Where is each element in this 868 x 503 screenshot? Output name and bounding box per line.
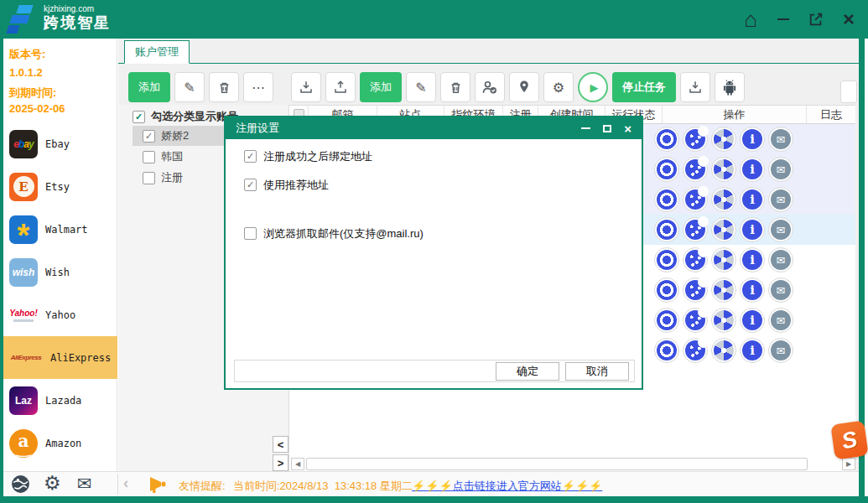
chrome-icon[interactable] <box>654 247 679 272</box>
chrome-icon[interactable] <box>654 217 679 242</box>
tree-item-checkbox[interactable]: ✓ <box>143 130 155 143</box>
expand-panel-button[interactable]: > <box>273 454 288 471</box>
brand-domain: kjzhixing.com <box>44 4 111 14</box>
info-icon[interactable]: i <box>740 127 765 152</box>
mail-icon[interactable]: ✉ <box>768 338 793 363</box>
cookie-icon[interactable] <box>683 187 708 212</box>
home-icon[interactable]: ⌂ <box>741 7 760 32</box>
popout-icon[interactable] <box>807 7 825 32</box>
globe-icon[interactable] <box>10 474 31 498</box>
platform-item-wish[interactable]: wishWish <box>3 251 117 293</box>
cookie-icon[interactable] <box>683 247 708 272</box>
platform-item-lazada[interactable]: LazLazada <box>3 379 117 422</box>
mail-icon[interactable]: ✉ <box>768 247 793 272</box>
chrome-icon[interactable] <box>654 157 679 182</box>
info-icon[interactable]: i <box>740 277 765 303</box>
mail-icon[interactable]: ✉ <box>768 127 793 152</box>
start-task-button[interactable]: ▶ <box>578 72 608 102</box>
collapse-panel-button[interactable]: < <box>273 436 288 453</box>
cookie-icon[interactable] <box>683 157 708 182</box>
mail-icon[interactable]: ✉ <box>768 217 793 242</box>
add-account-button[interactable]: 添加 <box>360 72 402 102</box>
cancel-button[interactable]: 取消 <box>565 362 629 381</box>
android-button[interactable] <box>715 72 745 102</box>
stop-task-button[interactable]: 停止任务 <box>612 72 676 102</box>
tab-account-management[interactable]: 账户管理 <box>124 40 190 64</box>
platform-item-ebay[interactable]: ebayEbay <box>3 122 117 165</box>
fan-icon[interactable] <box>711 338 736 363</box>
row-actions: i✉ <box>654 187 797 212</box>
classification-filter-checkbox[interactable]: ✓ <box>133 111 145 123</box>
download-icon <box>299 80 314 95</box>
tree-item-checkbox[interactable] <box>143 172 155 184</box>
chrome-icon[interactable] <box>654 127 679 152</box>
minimize-icon[interactable] <box>774 7 793 32</box>
mail-icon[interactable]: ✉ <box>768 157 793 182</box>
platform-item-walmart[interactable]: *Walmart <box>3 208 117 251</box>
fan-icon[interactable] <box>711 217 736 242</box>
hscroll-thumb[interactable] <box>306 458 808 470</box>
chevron-left-icon[interactable]: ‹ <box>123 474 128 492</box>
ok-button[interactable]: 确定 <box>496 362 559 381</box>
import-button[interactable] <box>291 72 321 102</box>
delete-account-button[interactable] <box>440 72 470 102</box>
verify-account-button[interactable] <box>475 72 505 102</box>
dialog-option-checkbox[interactable]: ✓ <box>244 179 257 191</box>
dialog-minimize-icon[interactable] <box>581 127 590 129</box>
mail-icon[interactable]: ✉ <box>768 308 793 333</box>
tree-item-checkbox[interactable] <box>143 151 155 163</box>
settings-button[interactable]: ⚙ <box>543 72 574 102</box>
cookie-icon[interactable] <box>683 308 708 333</box>
pencil-icon: ✎ <box>184 80 195 96</box>
info-icon[interactable]: i <box>740 338 765 363</box>
chrome-icon[interactable] <box>654 308 679 333</box>
cookie-icon[interactable] <box>683 338 708 363</box>
info-icon[interactable]: i <box>740 187 765 212</box>
export-button[interactable] <box>325 72 356 102</box>
tree-add-button[interactable]: 添加 <box>128 72 170 102</box>
contact-mail-icon[interactable]: ✉ <box>77 474 92 494</box>
dialog-option-checkbox[interactable] <box>244 227 257 240</box>
fan-icon[interactable] <box>711 277 736 303</box>
mail-icon[interactable]: ✉ <box>768 277 793 303</box>
cookie-icon[interactable] <box>683 277 708 303</box>
fan-icon[interactable] <box>711 127 736 152</box>
platform-item-amazon[interactable]: a‿Amazon <box>3 422 117 464</box>
fan-icon[interactable] <box>711 308 736 333</box>
fan-icon[interactable] <box>711 157 736 182</box>
dialog-option: ✓使用推荐地址 <box>244 178 329 192</box>
mail-icon[interactable]: ✉ <box>768 187 793 212</box>
chrome-icon[interactable] <box>654 277 679 303</box>
proxy-button[interactable] <box>509 72 539 102</box>
platform-item-aliexpress[interactable]: AliExpressAliExpress <box>3 336 117 379</box>
tree-delete-button[interactable] <box>209 72 239 102</box>
hscroll-left-arrow[interactable]: ◀ <box>291 458 304 470</box>
tree-more-button[interactable]: ⋯ <box>243 72 273 102</box>
tree-edit-button[interactable]: ✎ <box>174 72 205 102</box>
official-site-link[interactable]: ⚡⚡⚡点击链接进入官方网站⚡⚡⚡ <box>412 479 602 494</box>
notice-label: 友情提醒: <box>179 479 226 494</box>
fan-icon[interactable] <box>711 247 736 272</box>
dialog-option-checkbox[interactable]: ✓ <box>244 150 257 163</box>
info-icon[interactable]: i <box>740 308 765 333</box>
titlebar: kjzhixing.com 跨境智星 ⌂ × <box>0 0 868 39</box>
info-icon[interactable]: i <box>740 247 765 272</box>
download-button[interactable] <box>680 72 710 102</box>
info-icon[interactable]: i <box>740 157 765 182</box>
toolbar-end-button[interactable] <box>840 80 857 103</box>
dialog-maximize-icon[interactable] <box>603 125 611 132</box>
cookie-icon[interactable] <box>683 217 708 242</box>
cookie-icon[interactable] <box>683 127 708 152</box>
platform-item-yahoo[interactable]: Yahoo!Yahoo <box>3 293 117 336</box>
edit-account-button[interactable]: ✎ <box>406 72 436 102</box>
settings-gear-icon[interactable]: ⚙ <box>44 472 61 495</box>
platform-item-etsy[interactable]: EEtsy <box>3 165 117 208</box>
chrome-icon[interactable] <box>654 338 679 363</box>
dialog-close-icon[interactable]: × <box>624 122 632 136</box>
app-window: kjzhixing.com 跨境智星 ⌂ × 版本号: 1.0.1.2 到期时间… <box>0 0 868 503</box>
info-icon[interactable]: i <box>740 217 765 242</box>
close-icon[interactable]: × <box>839 7 858 32</box>
hscroll-right-arrow[interactable]: ▶ <box>842 458 855 470</box>
fan-icon[interactable] <box>711 187 736 212</box>
chrome-icon[interactable] <box>654 187 679 212</box>
